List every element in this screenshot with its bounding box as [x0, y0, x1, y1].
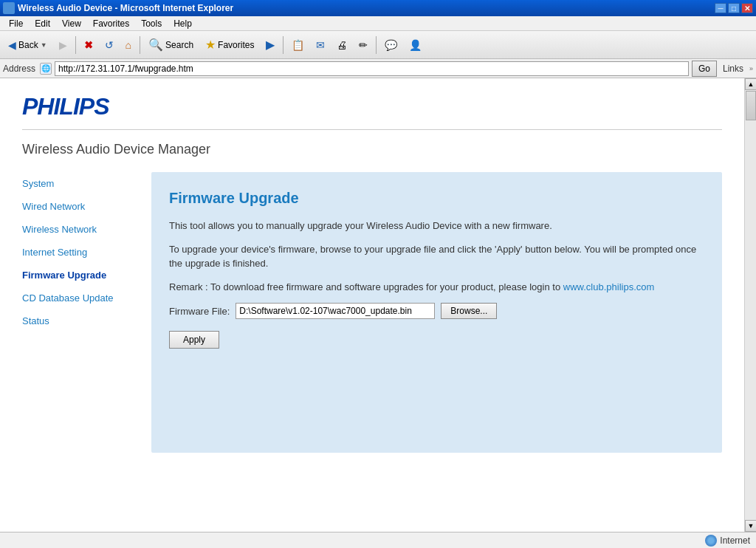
content-title: Firmware Upgrade: [169, 190, 704, 207]
home-button[interactable]: ⌂: [120, 34, 137, 56]
address-label: Address: [3, 64, 35, 74]
links-expand-icon: »: [749, 65, 753, 72]
page-inner: PHILIPS Wireless Audio Device Manager Sy…: [0, 78, 744, 532]
sidebar-item-system[interactable]: System: [22, 172, 137, 195]
menu-bar: File Edit View Favorites Tools Help: [0, 16, 756, 31]
discuss-button[interactable]: 💬: [379, 34, 402, 56]
sidebar-item-cd-database-update[interactable]: CD Database Update: [22, 287, 137, 309]
philips-club-link[interactable]: www.club.philips.com: [563, 281, 655, 292]
messenger-icon: 👤: [409, 39, 422, 51]
scroll-up-button[interactable]: ▲: [745, 78, 756, 90]
main-layout: System Wired Network Wireless Network In…: [22, 172, 722, 453]
title-bar: Wireless Audio Device - Microsoft Intern…: [0, 0, 756, 16]
content-paragraph1: This tool allows you to manually upgrade…: [169, 219, 704, 233]
sidebar-item-wireless-network[interactable]: Wireless Network: [22, 218, 137, 241]
zone-label: Internet: [720, 535, 750, 546]
browser-icon: [3, 2, 15, 14]
back-icon: ◀: [8, 39, 16, 51]
window-title: Wireless Audio Device - Microsoft Intern…: [18, 3, 715, 13]
search-label: Search: [165, 40, 193, 50]
minimize-button[interactable]: ─: [715, 3, 726, 13]
page-icon: 🌐: [40, 63, 52, 75]
sidebar: System Wired Network Wireless Network In…: [22, 172, 137, 453]
separator-4: [376, 36, 377, 54]
messenger-button[interactable]: 👤: [404, 34, 427, 56]
back-button[interactable]: ◀ Back ▼: [3, 34, 52, 56]
sidebar-item-internet-setting[interactable]: Internet Setting: [22, 241, 137, 264]
edit-icon: ✏: [359, 39, 368, 51]
page-divider: [22, 129, 722, 130]
discuss-icon: 💬: [385, 39, 397, 51]
history-button[interactable]: 📋: [286, 34, 309, 56]
history-icon: 📋: [292, 39, 304, 51]
remark-text: Remark : To download free firmware and s…: [169, 281, 560, 292]
menu-file[interactable]: File: [3, 18, 29, 30]
firmware-file-row: Firmware File: Browse...: [169, 303, 704, 319]
media-button[interactable]: ▶: [261, 34, 280, 56]
menu-help[interactable]: Help: [168, 18, 198, 30]
back-label: Back: [18, 40, 38, 50]
links-button[interactable]: Links: [720, 64, 746, 74]
browse-button[interactable]: Browse...: [441, 303, 497, 319]
scroll-down-button[interactable]: ▼: [745, 520, 756, 532]
home-icon: ⌂: [126, 39, 131, 51]
browser-content: PHILIPS Wireless Audio Device Manager Sy…: [0, 78, 756, 532]
search-button[interactable]: 🔍 Search: [143, 34, 199, 56]
firmware-label: Firmware File:: [169, 306, 230, 317]
page-area: PHILIPS Wireless Audio Device Manager Sy…: [0, 78, 756, 532]
forward-button[interactable]: ▶: [54, 34, 72, 56]
window-controls: ─ □ ✕: [715, 3, 753, 13]
close-button[interactable]: ✕: [741, 3, 753, 13]
refresh-button[interactable]: ↺: [100, 34, 119, 56]
refresh-icon: ↺: [105, 39, 114, 51]
address-bar: Address 🌐 Go Links »: [0, 59, 756, 78]
stop-icon: ✖: [84, 39, 93, 51]
favorites-button[interactable]: ★ Favorites: [200, 34, 259, 56]
mail-button[interactable]: ✉: [311, 34, 330, 56]
separator-3: [283, 36, 284, 54]
stop-button[interactable]: ✖: [79, 34, 98, 56]
back-dropdown-icon: ▼: [41, 41, 47, 49]
page-subtitle: Wireless Audio Device Manager: [22, 142, 722, 157]
sidebar-item-firmware-upgrade[interactable]: Firmware Upgrade: [22, 264, 137, 287]
maximize-button[interactable]: □: [728, 3, 740, 13]
content-panel: Firmware Upgrade This tool allows you to…: [151, 172, 722, 453]
separator-2: [140, 36, 140, 54]
scroll-track[interactable]: [745, 90, 756, 520]
toolbar: ◀ Back ▼ ▶ ✖ ↺ ⌂ 🔍 Search ★ Favorites ▶ …: [0, 31, 756, 59]
separator-1: [75, 36, 76, 54]
content-paragraph3: Remark : To download free firmware and s…: [169, 280, 704, 295]
edit-button[interactable]: ✏: [354, 34, 373, 56]
philips-logo: PHILIPS: [22, 93, 722, 120]
sidebar-item-status[interactable]: Status: [22, 309, 137, 332]
status-zone: Internet: [705, 535, 750, 547]
address-input[interactable]: [55, 61, 689, 76]
sidebar-item-wired-network[interactable]: Wired Network: [22, 195, 137, 218]
apply-button[interactable]: Apply: [169, 331, 219, 349]
mail-icon: ✉: [316, 39, 325, 51]
internet-zone-icon: [705, 535, 717, 547]
status-bar: Internet: [0, 532, 756, 548]
menu-favorites[interactable]: Favorites: [87, 18, 135, 30]
search-icon: 🔍: [148, 38, 163, 52]
print-button[interactable]: 🖨: [331, 34, 352, 56]
menu-tools[interactable]: Tools: [135, 18, 168, 30]
scroll-thumb[interactable]: [746, 91, 756, 120]
go-button[interactable]: Go: [692, 61, 717, 77]
media-icon: ▶: [266, 38, 275, 52]
vertical-scrollbar[interactable]: ▲ ▼: [744, 78, 756, 532]
menu-view[interactable]: View: [56, 18, 87, 30]
content-paragraph2: To upgrade your device's firmware, brows…: [169, 242, 704, 271]
forward-icon: ▶: [59, 39, 67, 51]
favorites-icon: ★: [205, 38, 216, 52]
print-icon: 🖨: [337, 39, 347, 51]
favorites-label: Favorites: [218, 40, 254, 50]
menu-edit[interactable]: Edit: [29, 18, 56, 30]
firmware-file-input[interactable]: [236, 303, 435, 319]
